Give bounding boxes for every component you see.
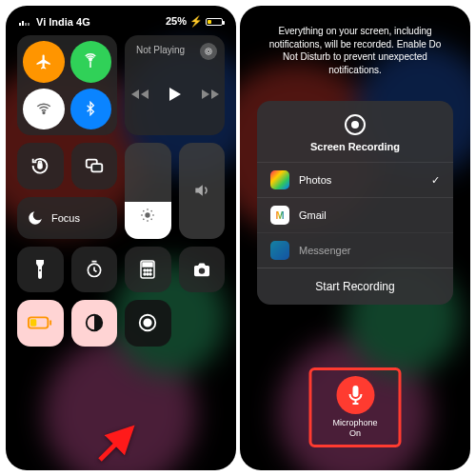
svg-point-14 [149,269,151,271]
calculator-button[interactable] [125,247,171,293]
panel-title: Screen Recording [310,141,400,152]
antenna-icon [82,53,99,70]
bluetooth-toggle[interactable] [70,89,112,130]
dark-mode-icon [84,312,105,333]
connectivity-group [17,35,117,135]
camera-button[interactable] [179,247,226,293]
app-name: Photos [299,174,331,186]
svg-point-3 [207,50,209,52]
checkmark-icon: ✓ [431,174,440,187]
svg-rect-11 [143,263,152,267]
svg-rect-21 [50,320,51,326]
flashlight-icon [33,260,47,279]
timer-button[interactable] [71,247,118,293]
rotation-lock-toggle[interactable] [17,143,64,189]
focus-label: Focus [51,212,80,224]
bluetooth-icon [83,101,98,116]
start-recording-button[interactable]: Start Recording [257,268,453,305]
svg-point-12 [144,269,146,271]
media-title: Not Playing [136,45,185,55]
app-row-messenger[interactable]: Messenger [257,232,453,268]
brightness-icon [140,208,155,223]
carrier-label: Vi India 4G [36,16,90,28]
messenger-app-icon [270,241,289,260]
screen-recording-sheet-screen: Everything on your screen, including not… [240,6,470,470]
battery-indicator: 25% ⚡ [166,15,223,28]
volume-icon [192,181,211,200]
svg-point-17 [149,273,151,275]
app-name: Messenger [299,245,350,256]
recording-hint: Everything on your screen, including not… [240,6,470,76]
screen-recording-panel: Screen Recording Photos ✓ M Gmail Messen… [257,101,453,305]
status-bar: Vi India 4G 25% ⚡ [6,6,236,31]
brightness-slider[interactable] [125,143,171,239]
svg-point-0 [89,58,91,60]
app-name: Gmail [299,209,327,221]
svg-rect-4 [38,164,42,169]
svg-point-1 [43,112,45,114]
microphone-icon [347,386,363,405]
microphone-label: Microphone [332,418,377,428]
airplane-icon [35,53,52,70]
screen-record-button[interactable] [125,300,171,347]
airplane-mode-toggle[interactable] [23,41,65,83]
gmail-app-icon: M [270,206,289,225]
svg-point-24 [145,320,151,327]
svg-rect-20 [30,320,37,327]
focus-button[interactable]: Focus [17,197,117,239]
previous-track-button[interactable] [141,89,149,99]
svg-point-8 [39,269,41,271]
svg-point-18 [199,268,205,273]
wifi-icon [35,100,52,117]
next-track-button[interactable] [202,89,209,99]
svg-point-15 [144,273,146,275]
screen-mirroring-button[interactable] [71,143,118,189]
control-center-screen: Vi India 4G 25% ⚡ [6,6,236,470]
svg-line-25 [100,428,131,460]
svg-point-2 [206,49,212,55]
dark-mode-toggle[interactable] [71,300,118,347]
airplay-icon[interactable] [200,43,217,60]
svg-point-13 [147,269,149,271]
screen-mirroring-icon [84,155,105,176]
microphone-toggle-highlight: Microphone On [308,367,401,447]
app-row-photos[interactable]: Photos ✓ [257,162,453,197]
signal-icon [19,21,30,26]
microphone-toggle[interactable] [336,376,374,414]
record-icon [345,114,366,135]
battery-low-icon [28,316,52,329]
annotation-arrow [95,417,143,465]
svg-point-16 [147,273,149,275]
microphone-state: On [332,428,377,439]
media-controls[interactable]: Not Playing [125,35,225,135]
rotation-lock-icon [30,155,50,176]
camera-icon [192,262,211,277]
volume-slider[interactable] [179,143,226,239]
app-row-gmail[interactable]: M Gmail [257,197,453,232]
svg-rect-6 [91,164,102,171]
cellular-data-toggle[interactable] [70,41,112,83]
wifi-toggle[interactable] [23,89,65,130]
battery-percent: 25% [166,15,187,27]
timer-icon [85,260,104,279]
flashlight-button[interactable] [17,247,64,293]
photos-app-icon [270,170,289,189]
svg-point-7 [146,213,150,218]
calculator-icon [140,260,155,279]
screen-record-icon [137,312,158,333]
charging-icon: ⚡ [189,15,203,27]
svg-rect-26 [352,386,358,397]
moon-icon [27,209,44,227]
play-button[interactable] [169,88,181,101]
low-power-mode-toggle[interactable] [17,300,64,347]
